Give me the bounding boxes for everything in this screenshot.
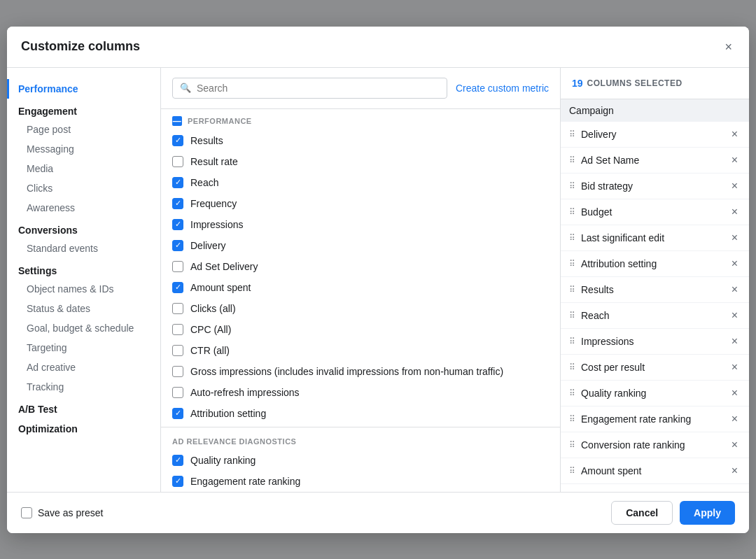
checkbox-cpc-all[interactable] [172,324,183,335]
drag-handle[interactable]: ⠿ [569,337,575,346]
checkbox-ad-set-delivery[interactable] [172,261,183,272]
search-bar: 🔍 Create custom metric [161,68,560,109]
remove-results-button[interactable]: × [729,283,741,297]
sidebar-item-goal-budget[interactable]: Goal, budget & schedule [7,318,160,338]
check-item-results[interactable]: ✓ Results [161,130,560,151]
check-item-gross-impressions[interactable]: Gross impressions (includes invalid impr… [161,361,560,382]
close-button[interactable]: × [722,38,735,56]
search-input-wrap[interactable]: 🔍 [172,78,447,99]
checkbox-ctr-all[interactable] [172,345,183,356]
remove-quality-ranking-button[interactable]: × [729,386,741,400]
sidebar-item-clicks[interactable]: Clicks [7,178,160,198]
remove-attribution-setting-button[interactable]: × [729,257,741,271]
check-item-auto-refresh[interactable]: Auto-refresh impressions [161,382,560,403]
drag-handle[interactable]: ⠿ [569,362,575,372]
drag-handle[interactable]: ⠿ [569,207,575,217]
check-item-engagement-rate-ranking[interactable]: ✓ Engagement rate ranking [161,471,560,492]
drag-handle[interactable]: ⠿ [569,466,575,476]
drag-handle[interactable]: ⠿ [569,259,575,269]
check-item-quality-ranking[interactable]: ✓ Quality ranking [161,450,560,471]
create-custom-metric-link[interactable]: Create custom metric [456,83,549,94]
remove-ad-set-name-button[interactable]: × [729,153,741,167]
checkbox-result-rate[interactable] [172,156,183,167]
sidebar-item-performance[interactable]: Performance [7,79,160,99]
remove-bid-strategy-button[interactable]: × [729,179,741,193]
sidebar-item-object-names[interactable]: Object names & IDs [7,279,160,299]
remove-last-sig-edit-button[interactable]: × [729,231,741,245]
search-input[interactable] [197,83,440,94]
check-item-impressions[interactable]: ✓ Impressions [161,214,560,235]
drag-handle[interactable]: ⠿ [569,181,575,191]
remove-engagement-rate-ranking-button[interactable]: × [729,412,741,426]
check-item-frequency[interactable]: ✓ Frequency [161,193,560,214]
selected-item-amount-spent: ⠿ Amount spent × [561,458,749,484]
checkbox-frequency[interactable]: ✓ [172,198,183,209]
preset-checkbox[interactable] [21,507,32,518]
modal-body: Performance Engagement Page post Messagi… [7,68,749,492]
checkbox-clicks-all[interactable] [172,303,183,314]
check-item-ctr-all[interactable]: CTR (all) [161,340,560,361]
sidebar-item-messaging[interactable]: Messaging [7,139,160,159]
checkbox-engagement-rate-ranking[interactable]: ✓ [172,476,183,487]
checkbox-quality-ranking[interactable]: ✓ [172,455,183,466]
drag-handle[interactable]: ⠿ [569,129,575,139]
selected-item-reach: ⠿ Reach × [561,303,749,329]
checkbox-attribution-setting[interactable]: ✓ [172,408,183,419]
modal-footer: Save as preset Cancel Apply [7,492,749,533]
checkbox-results[interactable]: ✓ [172,135,183,146]
check-item-reach[interactable]: ✓ Reach [161,172,560,193]
search-icon: 🔍 [180,83,191,93]
section-divider [161,427,560,427]
right-column: 19 COLUMNS SELECTED Campaign ⠿ Delivery … [560,68,749,492]
check-item-amount-spent[interactable]: ✓ Amount spent [161,277,560,298]
sidebar-item-ad-creative[interactable]: Ad creative [7,358,160,377]
remove-delivery-button[interactable]: × [729,127,741,141]
drag-handle[interactable]: ⠿ [569,388,575,398]
selected-item-quality-ranking: ⠿ Quality ranking × [561,381,749,406]
sidebar-item-optimization[interactable]: Optimization [7,419,160,439]
checkbox-impressions[interactable]: ✓ [172,219,183,230]
drag-handle[interactable]: ⠿ [569,414,575,424]
remove-cost-per-result-button[interactable]: × [729,360,741,374]
selected-item-conversion-rate-ranking: ⠿ Conversion rate ranking × [561,432,749,458]
remove-reach-button[interactable]: × [729,309,741,323]
sidebar-item-awareness[interactable]: Awareness [7,198,160,218]
remove-impressions-button[interactable]: × [729,334,741,348]
checkbox-amount-spent[interactable]: ✓ [172,282,183,293]
checkbox-auto-refresh[interactable] [172,387,183,398]
apply-button[interactable]: Apply [680,501,735,525]
drag-handle[interactable]: ⠿ [569,311,575,320]
check-item-ad-set-delivery[interactable]: Ad Set Delivery [161,256,560,277]
selected-item-last-significant-edit: ⠿ Last significant edit × [561,225,749,251]
check-item-attribution-setting[interactable]: ✓ Attribution setting [161,403,560,424]
remove-conversion-rate-ranking-button[interactable]: × [729,438,741,452]
check-item-cpc-all[interactable]: CPC (All) [161,319,560,340]
selected-item-delivery: ⠿ Delivery × [561,122,749,148]
checkbox-delivery[interactable]: ✓ [172,240,183,251]
selected-item-engagement-rate-ranking: ⠿ Engagement rate ranking × [561,406,749,432]
check-item-result-rate[interactable]: Result rate [161,151,560,172]
selected-item-bid-strategy: ⠿ Bid strategy × [561,174,749,199]
check-item-clicks-all[interactable]: Clicks (all) [161,298,560,319]
sidebar-item-ab-test[interactable]: A/B Test [7,397,160,419]
save-as-preset[interactable]: Save as preset [21,507,103,518]
sidebar-item-targeting[interactable]: Targeting [7,338,160,358]
drag-handle[interactable]: ⠿ [569,233,575,243]
cancel-button[interactable]: Cancel [611,501,673,525]
sidebar-item-standard-events[interactable]: Standard events [7,239,160,258]
sidebar-item-page-post[interactable]: Page post [7,120,160,139]
drag-handle[interactable]: ⠿ [569,440,575,450]
checkbox-reach[interactable]: ✓ [172,177,183,188]
drag-handle[interactable]: ⠿ [569,285,575,295]
drag-handle[interactable]: ⠿ [569,155,575,165]
check-item-delivery[interactable]: ✓ Delivery [161,235,560,256]
collapse-icon[interactable]: — [172,116,182,126]
selected-columns-list: Campaign ⠿ Delivery × ⠿ Ad Set Name × [561,99,749,492]
remove-amount-spent-button[interactable]: × [729,464,741,478]
remove-budget-button[interactable]: × [729,205,741,219]
sidebar-item-media[interactable]: Media [7,159,160,178]
sidebar-item-tracking[interactable]: Tracking [7,377,160,397]
sidebar-item-status-dates[interactable]: Status & dates [7,299,160,318]
checkbox-gross-impressions[interactable] [172,366,183,377]
selected-item-impressions: ⠿ Impressions × [561,329,749,355]
